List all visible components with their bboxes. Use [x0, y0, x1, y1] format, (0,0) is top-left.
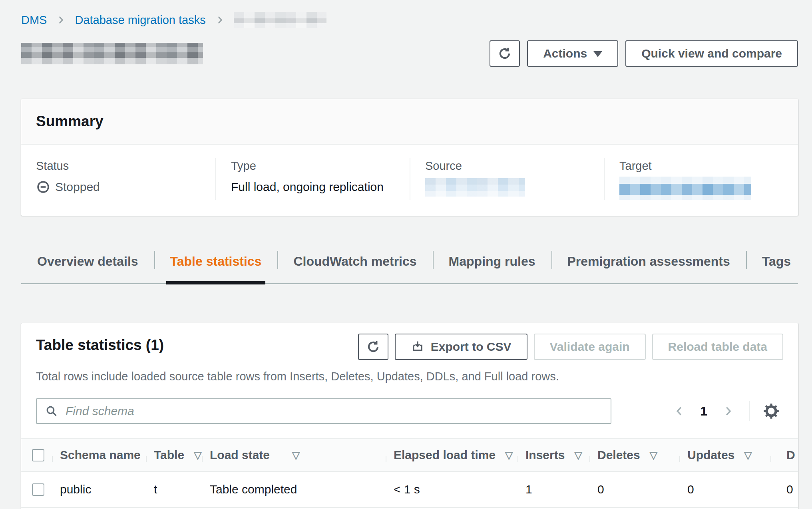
search-icon — [45, 404, 58, 418]
summary-field-type: Type Full load, ongoing replication — [215, 158, 410, 200]
cell-table: t — [146, 483, 202, 496]
reload-table-data-button[interactable]: Reload table data — [652, 334, 783, 360]
cell-deletes: 0 — [589, 483, 679, 496]
schema-search-input[interactable] — [65, 404, 603, 418]
table-statistics-title: Table statistics (1) — [36, 336, 164, 354]
refresh-icon — [497, 46, 512, 61]
summary-title: Summary — [36, 113, 783, 130]
sort-icon[interactable] — [574, 450, 582, 460]
sort-icon[interactable] — [650, 450, 657, 460]
column-header-inserts[interactable]: Inserts — [517, 448, 589, 462]
breadcrumb-current-redacted — [234, 12, 326, 28]
table-statistics-actions: Export to CSV Validate again Reload tabl… — [358, 334, 783, 360]
summary-panel: Summary Status Stopped Type Full load, o… — [21, 99, 798, 216]
select-all-checkbox[interactable] — [32, 449, 44, 461]
quick-view-compare-button[interactable]: Quick view and compare — [625, 40, 798, 67]
source-label: Source — [425, 158, 592, 173]
tab-premigration-assessments[interactable]: Premigration assessments — [551, 249, 746, 283]
actions-button[interactable]: Actions — [527, 40, 618, 67]
cell-updates: 0 — [679, 483, 770, 496]
next-page-button[interactable] — [717, 400, 739, 422]
row-checkbox[interactable] — [32, 483, 44, 496]
cell-ddl-clipped: 0 — [770, 483, 798, 496]
status-label: Status — [36, 158, 203, 173]
gear-icon — [762, 402, 780, 420]
pagination: 1 — [668, 399, 783, 423]
summary-field-source: Source — [410, 158, 604, 200]
statistics-table: Schema name Table Load state Elapsed loa… — [21, 438, 798, 509]
breadcrumb-link-tasks[interactable]: Database migration tasks — [75, 12, 205, 28]
sort-icon[interactable] — [744, 450, 752, 460]
source-value-redacted[interactable] — [425, 178, 525, 197]
page-header-actions: Actions Quick view and compare — [490, 40, 798, 67]
cell-load-state: Table completed — [202, 483, 386, 496]
caret-down-icon — [593, 51, 602, 57]
table-statistics-panel: Table statistics (1) Export to CSV — [21, 323, 798, 509]
validate-again-button[interactable]: Validate again — [534, 334, 646, 360]
page-number[interactable]: 1 — [695, 404, 713, 419]
column-header-elapsed-load-time[interactable]: Elapsed load time — [386, 448, 517, 462]
download-icon — [411, 340, 424, 354]
pager-divider — [749, 401, 750, 421]
summary-header: Summary — [21, 99, 798, 145]
summary-field-target: Target — [604, 158, 798, 200]
validate-again-label: Validate again — [550, 340, 630, 354]
tab-table-statistics[interactable]: Table statistics — [154, 249, 278, 283]
status-value: Stopped — [55, 179, 100, 195]
chevron-right-icon — [56, 15, 66, 25]
page-header: Actions Quick view and compare — [21, 40, 798, 67]
cell-elapsed-load-time: < 1 s — [386, 483, 517, 496]
actions-button-label: Actions — [543, 47, 587, 60]
tab-overview-details[interactable]: Overview details — [21, 249, 154, 283]
target-value-redacted[interactable] — [619, 177, 751, 200]
sort-icon[interactable] — [505, 450, 513, 460]
export-csv-label: Export to CSV — [431, 340, 511, 354]
column-header-updates[interactable]: Updates — [679, 448, 770, 462]
cell-schema-name: public — [52, 483, 146, 496]
tab-bar: Overview details Table statistics CloudW… — [21, 249, 798, 284]
export-csv-button[interactable]: Export to CSV — [395, 334, 527, 360]
schema-search — [36, 398, 611, 424]
cell-inserts: 1 — [517, 483, 589, 496]
previous-page-button[interactable] — [668, 400, 691, 422]
table-refresh-button[interactable] — [358, 334, 388, 360]
table-filter-row: 1 — [36, 398, 783, 424]
sort-icon[interactable] — [292, 450, 300, 460]
type-value: Full load, ongoing replication — [231, 179, 398, 195]
refresh-icon — [366, 339, 381, 354]
page-content: DMS Database migration tasks Actions Qui… — [0, 0, 812, 509]
table-row[interactable]: public t Table completed < 1 s 1 0 0 0 — [21, 472, 798, 508]
table-statistics-description: Total rows include loaded source table r… — [36, 369, 783, 384]
refresh-button[interactable] — [490, 40, 520, 67]
column-header-schema-name[interactable]: Schema name — [52, 448, 146, 462]
breadcrumb: DMS Database migration tasks — [21, 12, 798, 28]
type-label: Type — [231, 158, 398, 173]
tab-tags[interactable]: Tags — [746, 249, 807, 283]
column-header-table[interactable]: Table — [146, 448, 202, 462]
tab-bar-divider — [21, 283, 798, 284]
chevron-right-icon — [215, 15, 225, 25]
page-title-redacted — [21, 43, 203, 64]
target-label: Target — [619, 158, 786, 173]
column-header-load-state[interactable]: Load state — [202, 448, 386, 462]
column-header-deletes[interactable]: Deletes — [589, 448, 679, 462]
sort-icon[interactable] — [194, 450, 201, 460]
table-header-row: Schema name Table Load state Elapsed loa… — [21, 438, 798, 472]
table-statistics-header: Table statistics (1) Export to CSV — [36, 334, 783, 360]
tab-cloudwatch-metrics[interactable]: CloudWatch metrics — [277, 249, 432, 283]
summary-field-status: Status Stopped — [21, 158, 215, 200]
quick-view-compare-label: Quick view and compare — [641, 47, 782, 60]
table-preferences-button[interactable] — [759, 399, 783, 423]
reload-table-data-label: Reload table data — [668, 340, 767, 354]
tab-mapping-rules[interactable]: Mapping rules — [433, 249, 551, 283]
summary-fields: Status Stopped Type Full load, ongoing r… — [21, 145, 798, 216]
breadcrumb-link-dms[interactable]: DMS — [21, 12, 47, 28]
stopped-status-icon — [36, 180, 50, 194]
column-header-ddl-clipped[interactable]: D — [770, 448, 798, 462]
